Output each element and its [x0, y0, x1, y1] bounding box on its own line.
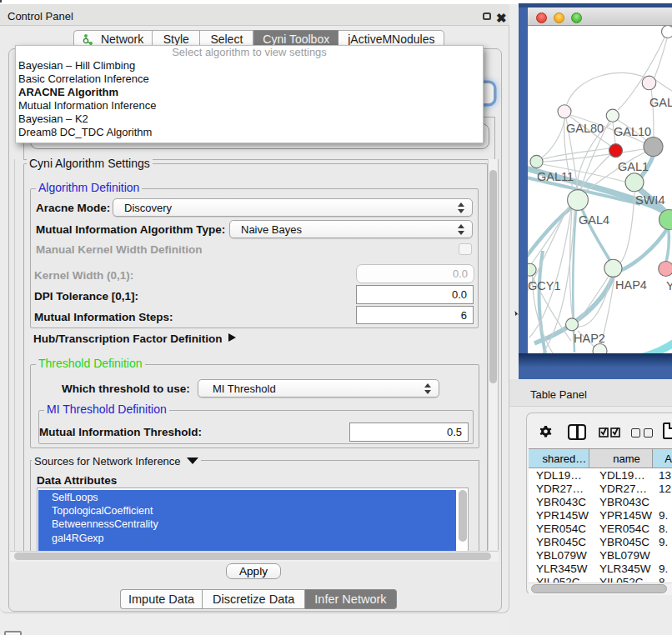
svg-text:Y: Y — [666, 279, 672, 292]
svg-text:GAL10: GAL10 — [614, 125, 651, 138]
svg-text:GAL1: GAL1 — [618, 160, 649, 173]
svg-text:GAL80: GAL80 — [566, 122, 604, 135]
svg-text:GCY1: GCY1 — [528, 279, 561, 292]
svg-text:HAP4: HAP4 — [615, 278, 647, 292]
svg-text:GAL11: GAL11 — [537, 170, 574, 183]
svg-text:GAL: GAL — [649, 96, 672, 109]
svg-text:HAP2: HAP2 — [574, 332, 605, 345]
svg-text:SWI4: SWI4 — [635, 193, 664, 207]
svg-text:GAL4: GAL4 — [579, 213, 609, 227]
